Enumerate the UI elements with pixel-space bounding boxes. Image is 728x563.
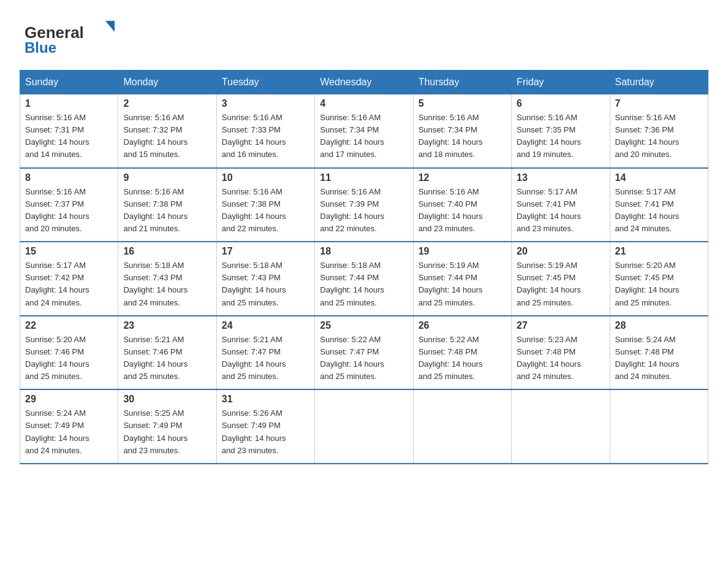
day-info: Sunrise: 5:23 AMSunset: 7:48 PMDaylight:… <box>517 334 604 383</box>
day-info: Sunrise: 5:16 AMSunset: 7:37 PMDaylight:… <box>25 186 113 236</box>
calendar-cell: 27Sunrise: 5:23 AMSunset: 7:48 PMDayligh… <box>512 316 610 390</box>
day-info: Sunrise: 5:16 AMSunset: 7:34 PMDaylight:… <box>320 112 408 161</box>
calendar-cell <box>512 389 610 464</box>
calendar-cell: 10Sunrise: 5:16 AMSunset: 7:38 PMDayligh… <box>216 168 314 242</box>
day-number: 26 <box>419 320 506 331</box>
calendar-cell: 9Sunrise: 5:16 AMSunset: 7:38 PMDaylight… <box>118 168 216 242</box>
calendar-cell: 16Sunrise: 5:18 AMSunset: 7:43 PMDayligh… <box>118 242 216 316</box>
col-header-wednesday: Wednesday <box>315 71 413 94</box>
calendar-cell: 6Sunrise: 5:16 AMSunset: 7:35 PMDaylight… <box>512 94 610 168</box>
day-number: 17 <box>222 246 309 257</box>
day-info: Sunrise: 5:16 AMSunset: 7:36 PMDaylight:… <box>615 112 703 161</box>
calendar-cell: 26Sunrise: 5:22 AMSunset: 7:48 PMDayligh… <box>413 316 511 390</box>
calendar-cell: 1Sunrise: 5:16 AMSunset: 7:31 PMDaylight… <box>20 94 118 168</box>
day-info: Sunrise: 5:16 AMSunset: 7:35 PMDaylight:… <box>517 112 604 161</box>
calendar-cell: 3Sunrise: 5:16 AMSunset: 7:33 PMDaylight… <box>216 94 314 168</box>
col-header-saturday: Saturday <box>610 71 708 94</box>
day-info: Sunrise: 5:25 AMSunset: 7:49 PMDaylight:… <box>123 407 211 457</box>
calendar-cell: 17Sunrise: 5:18 AMSunset: 7:43 PMDayligh… <box>216 242 314 316</box>
calendar-cell: 29Sunrise: 5:24 AMSunset: 7:49 PMDayligh… <box>20 389 118 464</box>
calendar-cell: 21Sunrise: 5:20 AMSunset: 7:45 PMDayligh… <box>610 242 708 316</box>
day-number: 7 <box>615 98 703 109</box>
day-number: 11 <box>320 172 408 183</box>
svg-text:Blue: Blue <box>25 39 56 56</box>
calendar-week-row: 1Sunrise: 5:16 AMSunset: 7:31 PMDaylight… <box>20 94 708 168</box>
day-number: 5 <box>419 98 506 109</box>
day-info: Sunrise: 5:16 AMSunset: 7:39 PMDaylight:… <box>320 186 408 236</box>
calendar-cell: 28Sunrise: 5:24 AMSunset: 7:48 PMDayligh… <box>610 316 708 390</box>
calendar-cell: 12Sunrise: 5:16 AMSunset: 7:40 PMDayligh… <box>413 168 511 242</box>
calendar-cell: 23Sunrise: 5:21 AMSunset: 7:46 PMDayligh… <box>118 316 216 390</box>
calendar-cell: 15Sunrise: 5:17 AMSunset: 7:42 PMDayligh… <box>20 242 118 316</box>
calendar-cell: 18Sunrise: 5:18 AMSunset: 7:44 PMDayligh… <box>315 242 413 316</box>
calendar-cell: 22Sunrise: 5:20 AMSunset: 7:46 PMDayligh… <box>20 316 118 390</box>
col-header-sunday: Sunday <box>20 71 118 94</box>
day-number: 6 <box>517 98 604 109</box>
calendar-cell: 4Sunrise: 5:16 AMSunset: 7:34 PMDaylight… <box>315 94 413 168</box>
day-number: 29 <box>25 394 113 405</box>
calendar-week-row: 29Sunrise: 5:24 AMSunset: 7:49 PMDayligh… <box>20 389 708 464</box>
day-info: Sunrise: 5:24 AMSunset: 7:49 PMDaylight:… <box>25 407 113 457</box>
day-info: Sunrise: 5:16 AMSunset: 7:33 PMDaylight:… <box>222 112 309 161</box>
day-info: Sunrise: 5:26 AMSunset: 7:49 PMDaylight:… <box>222 407 309 457</box>
calendar-week-row: 22Sunrise: 5:20 AMSunset: 7:46 PMDayligh… <box>20 316 708 390</box>
day-number: 9 <box>123 172 211 183</box>
day-info: Sunrise: 5:19 AMSunset: 7:44 PMDaylight:… <box>419 259 506 309</box>
day-info: Sunrise: 5:17 AMSunset: 7:41 PMDaylight:… <box>615 186 703 236</box>
svg-marker-1 <box>105 21 115 32</box>
calendar-table: SundayMondayTuesdayWednesdayThursdayFrid… <box>20 70 708 464</box>
day-info: Sunrise: 5:18 AMSunset: 7:44 PMDaylight:… <box>320 259 408 309</box>
day-number: 13 <box>517 172 604 183</box>
day-number: 8 <box>25 172 113 183</box>
calendar-cell <box>315 389 413 464</box>
logo: General Blue <box>20 15 118 60</box>
day-number: 18 <box>320 246 408 257</box>
day-info: Sunrise: 5:16 AMSunset: 7:32 PMDaylight:… <box>123 112 211 161</box>
day-number: 31 <box>222 394 309 405</box>
day-number: 19 <box>419 246 506 257</box>
calendar-cell: 8Sunrise: 5:16 AMSunset: 7:37 PMDaylight… <box>20 168 118 242</box>
calendar-cell: 20Sunrise: 5:19 AMSunset: 7:45 PMDayligh… <box>512 242 610 316</box>
day-info: Sunrise: 5:22 AMSunset: 7:47 PMDaylight:… <box>320 334 408 383</box>
day-info: Sunrise: 5:16 AMSunset: 7:38 PMDaylight:… <box>123 186 211 236</box>
day-number: 15 <box>25 246 113 257</box>
calendar-cell: 14Sunrise: 5:17 AMSunset: 7:41 PMDayligh… <box>610 168 708 242</box>
day-info: Sunrise: 5:17 AMSunset: 7:42 PMDaylight:… <box>25 259 113 309</box>
day-info: Sunrise: 5:19 AMSunset: 7:45 PMDaylight:… <box>517 259 604 309</box>
logo-image: General Blue <box>20 15 118 60</box>
day-number: 28 <box>615 320 703 331</box>
col-header-friday: Friday <box>512 71 610 94</box>
calendar-cell: 11Sunrise: 5:16 AMSunset: 7:39 PMDayligh… <box>315 168 413 242</box>
day-number: 10 <box>222 172 309 183</box>
day-info: Sunrise: 5:16 AMSunset: 7:40 PMDaylight:… <box>419 186 506 236</box>
day-number: 25 <box>320 320 408 331</box>
day-info: Sunrise: 5:20 AMSunset: 7:46 PMDaylight:… <box>25 334 113 383</box>
col-header-thursday: Thursday <box>413 71 511 94</box>
calendar-cell: 7Sunrise: 5:16 AMSunset: 7:36 PMDaylight… <box>610 94 708 168</box>
day-info: Sunrise: 5:18 AMSunset: 7:43 PMDaylight:… <box>222 259 309 309</box>
day-number: 24 <box>222 320 309 331</box>
day-info: Sunrise: 5:21 AMSunset: 7:46 PMDaylight:… <box>123 334 211 383</box>
day-number: 4 <box>320 98 408 109</box>
day-info: Sunrise: 5:17 AMSunset: 7:41 PMDaylight:… <box>517 186 604 236</box>
col-header-monday: Monday <box>118 71 216 94</box>
day-number: 22 <box>25 320 113 331</box>
day-number: 27 <box>517 320 604 331</box>
day-info: Sunrise: 5:16 AMSunset: 7:34 PMDaylight:… <box>419 112 506 161</box>
day-number: 12 <box>419 172 506 183</box>
calendar-header-row: SundayMondayTuesdayWednesdayThursdayFrid… <box>20 71 708 94</box>
calendar-week-row: 15Sunrise: 5:17 AMSunset: 7:42 PMDayligh… <box>20 242 708 316</box>
calendar-cell <box>610 389 708 464</box>
calendar-cell: 25Sunrise: 5:22 AMSunset: 7:47 PMDayligh… <box>315 316 413 390</box>
day-number: 3 <box>222 98 309 109</box>
calendar-cell: 31Sunrise: 5:26 AMSunset: 7:49 PMDayligh… <box>216 389 314 464</box>
calendar-cell: 24Sunrise: 5:21 AMSunset: 7:47 PMDayligh… <box>216 316 314 390</box>
col-header-tuesday: Tuesday <box>216 71 314 94</box>
day-number: 1 <box>25 98 113 109</box>
day-number: 23 <box>123 320 211 331</box>
page-header: General Blue <box>20 15 708 60</box>
calendar-cell: 5Sunrise: 5:16 AMSunset: 7:34 PMDaylight… <box>413 94 511 168</box>
day-number: 21 <box>615 246 703 257</box>
calendar-cell: 19Sunrise: 5:19 AMSunset: 7:44 PMDayligh… <box>413 242 511 316</box>
calendar-cell: 30Sunrise: 5:25 AMSunset: 7:49 PMDayligh… <box>118 389 216 464</box>
